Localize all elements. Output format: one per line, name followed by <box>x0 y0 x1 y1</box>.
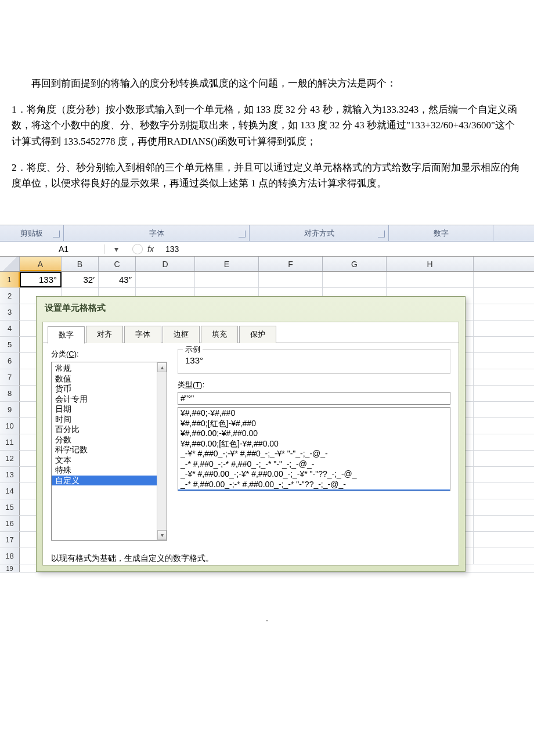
example-area: 示例 133° <box>178 349 450 374</box>
row-header[interactable]: 8 <box>0 386 20 401</box>
cell[interactable] <box>195 272 259 287</box>
category-item[interactable]: 时间 <box>52 415 167 425</box>
ribbon-group-alignment[interactable]: 对齐方式 <box>250 225 389 241</box>
row-header[interactable]: 19 <box>0 564 20 572</box>
type-item[interactable]: ¥#,##0.00;[红色]-¥#,##0.00 <box>178 439 450 449</box>
category-item[interactable]: 货币 <box>52 384 167 394</box>
category-item[interactable]: 特殊 <box>52 465 167 476</box>
row-header[interactable]: 2 <box>0 288 20 304</box>
column-header-b[interactable]: B <box>62 257 99 271</box>
row-header[interactable]: 14 <box>0 483 20 499</box>
tab-fill[interactable]: 填充 <box>201 326 238 343</box>
type-item[interactable]: _-* #,##0_-;-* #,##0_-;_-* "-"_-;_-@_- <box>178 459 450 470</box>
row-header[interactable]: 15 <box>0 499 20 515</box>
row-header[interactable]: 12 <box>0 451 20 466</box>
row-header[interactable]: 1 <box>0 272 20 287</box>
column-header-d[interactable]: D <box>136 257 195 271</box>
cell[interactable] <box>259 272 323 287</box>
category-listbox[interactable]: 常规 数值 货币 会计专用 日期 时间 百分比 分数 科学记数 文本 特殊 <box>51 362 167 541</box>
column-header-c[interactable]: C <box>99 257 136 271</box>
row-header[interactable]: 11 <box>0 434 20 450</box>
category-label: 分类(C): <box>51 349 167 359</box>
row-header[interactable]: 7 <box>0 369 20 385</box>
spreadsheet-grid[interactable]: 1 133° 32′ 43″ 2 3 4 5 6 7 8 9 10 11 12 … <box>0 272 534 597</box>
category-item[interactable]: 百分比 <box>52 424 167 435</box>
ribbon-font-label: 字体 <box>149 228 164 239</box>
ribbon-alignment-label: 对齐方式 <box>304 228 334 239</box>
example-value: 133° <box>184 353 444 368</box>
tab-protection[interactable]: 保护 <box>239 326 276 343</box>
cell-a1[interactable]: 133° <box>20 272 62 287</box>
name-box[interactable]: A1 <box>0 244 104 254</box>
tab-font[interactable]: 字体 <box>124 326 161 343</box>
ribbon-clipboard-label: 剪贴板 <box>20 228 43 239</box>
dialog-launcher-icon[interactable] <box>239 231 246 237</box>
type-item[interactable]: _-¥* #,##0_-;-¥* #,##0_-;_-¥* "-"_-;_-@_… <box>178 449 450 459</box>
format-cells-dialog: 设置单元格格式 数字 对齐 字体 边框 填充 保护 分类(C): <box>36 296 466 572</box>
category-scrollbar[interactable]: ▴ ▾ <box>157 362 167 540</box>
row-header[interactable]: 16 <box>0 516 20 531</box>
category-item-custom[interactable]: 自定义 <box>52 476 167 486</box>
formula-bar[interactable]: 133 <box>165 244 179 254</box>
row-header[interactable]: 5 <box>0 337 20 352</box>
column-header-e[interactable]: E <box>195 257 259 271</box>
document-body: 再回到前面提到的将输入的度分秒转换成弧度的这个问题，一般的解决方法是两个： 1．… <box>0 0 534 225</box>
excel-screenshot: 剪贴板 字体 对齐方式 数字 A1 ▾ fx 133 A B C D E <box>0 225 534 597</box>
ribbon-group-number[interactable]: 数字 <box>389 225 493 241</box>
paragraph-method-2: 2．将度、分、秒分别输入到相邻的三个单元格里，并且可以通过定义单元格格式的方式给… <box>12 160 522 191</box>
type-input[interactable] <box>178 392 450 405</box>
cell[interactable] <box>323 272 387 287</box>
category-item[interactable]: 日期 <box>52 404 167 415</box>
type-item[interactable]: _-¥* #,##0.00_-;-¥* #,##0.00_-;_-¥* "-"?… <box>178 469 450 480</box>
page-footer: . <box>0 597 534 629</box>
example-label: 示例 <box>183 344 203 355</box>
cell[interactable] <box>387 272 474 287</box>
type-item[interactable]: ¥#,##0.00;-¥#,##0.00 <box>178 429 450 439</box>
cell[interactable] <box>136 272 195 287</box>
fx-cancel-icon[interactable] <box>132 244 143 254</box>
namebox-dropdown-icon[interactable]: ▾ <box>104 244 128 254</box>
column-header-a[interactable]: A <box>20 257 62 271</box>
dialog-launcher-icon[interactable] <box>378 231 385 237</box>
category-item[interactable]: 数值 <box>52 374 167 384</box>
column-header-g[interactable]: G <box>323 257 387 271</box>
type-label: 类型(T): <box>178 380 450 390</box>
type-listbox[interactable]: ¥#,##0;-¥#,##0 ¥#,##0;[红色]-¥#,##0 ¥#,##0… <box>178 407 450 491</box>
paragraph-method-1: 1．将角度（度分秒）按小数形式输入到一个单元格，如 133 度 32 分 43 … <box>12 102 522 149</box>
column-header-h[interactable]: H <box>387 257 474 271</box>
fx-icon[interactable]: fx <box>147 244 154 254</box>
select-all-corner[interactable] <box>0 257 20 271</box>
row-header[interactable]: 3 <box>0 304 20 320</box>
paragraph-intro: 再回到前面提到的将输入的度分秒转换成弧度的这个问题，一般的解决方法是两个： <box>12 75 522 91</box>
ribbon-number-label: 数字 <box>434 228 449 239</box>
ribbon-group-font[interactable]: 字体 <box>64 225 250 241</box>
category-item[interactable]: 分数 <box>52 435 167 445</box>
type-item[interactable]: ¥#,##0;-¥#,##0 <box>178 408 450 419</box>
category-item[interactable]: 科学记数 <box>52 445 167 455</box>
dialog-launcher-icon[interactable] <box>53 231 60 237</box>
column-header-f[interactable]: F <box>259 257 323 271</box>
tab-border[interactable]: 边框 <box>163 326 200 343</box>
row-header[interactable]: 10 <box>0 418 20 434</box>
row-header[interactable]: 13 <box>0 467 20 483</box>
category-item[interactable]: 文本 <box>52 455 167 466</box>
tab-alignment[interactable]: 对齐 <box>86 326 123 343</box>
row-header[interactable]: 9 <box>0 402 20 417</box>
row-header[interactable]: 17 <box>0 532 20 548</box>
type-item-selected[interactable]: #"°" <box>178 489 450 491</box>
row-header[interactable]: 18 <box>0 548 20 564</box>
scroll-down-icon[interactable]: ▾ <box>157 530 167 540</box>
type-item[interactable]: ¥#,##0;[红色]-¥#,##0 <box>178 419 450 429</box>
row-header[interactable]: 6 <box>0 353 20 369</box>
cell-b1[interactable]: 32′ <box>62 272 99 287</box>
type-item[interactable]: _-* #,##0.00_-;-* #,##0.00_-;_-* "-"??_-… <box>178 480 450 490</box>
dialog-title: 设置单元格格式 <box>37 297 465 319</box>
tab-number[interactable]: 数字 <box>48 326 85 344</box>
cell-c1[interactable]: 43″ <box>99 272 136 287</box>
ribbon-group-clipboard[interactable]: 剪贴板 <box>0 225 64 241</box>
row-header[interactable]: 4 <box>0 321 20 336</box>
scroll-up-icon[interactable]: ▴ <box>157 362 167 372</box>
category-item[interactable]: 常规 <box>52 363 167 374</box>
category-item[interactable]: 会计专用 <box>52 394 167 405</box>
dialog-note: 以现有格式为基础，生成自定义的数字格式。 <box>43 550 459 565</box>
